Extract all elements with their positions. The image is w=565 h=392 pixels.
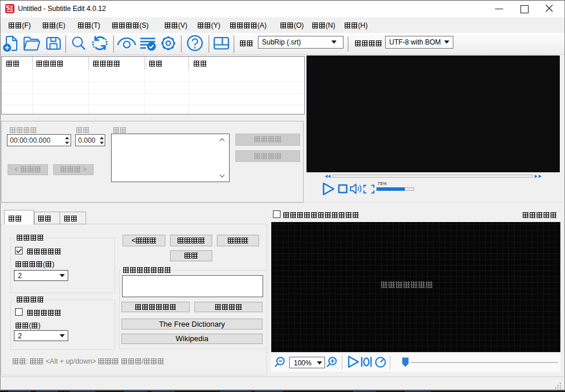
svg-text:75%: 75% [378,181,387,186]
